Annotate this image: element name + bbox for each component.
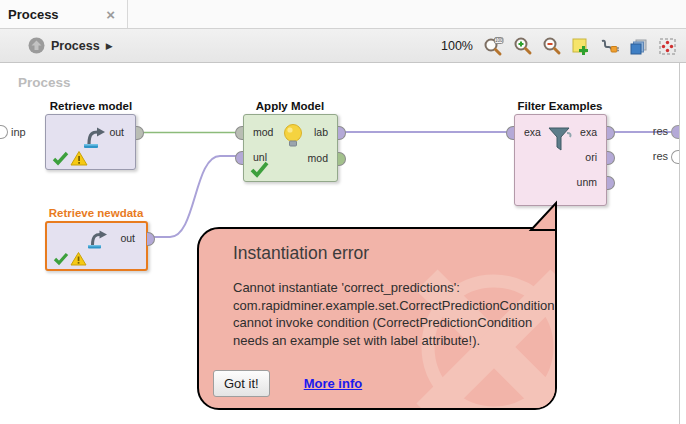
close-icon[interactable]: ×	[102, 6, 119, 23]
port-apply-mod-in[interactable]	[235, 126, 243, 140]
port-label-out: out	[120, 232, 135, 244]
error-message-line: cannot invoke condition (CorrectPredicti…	[233, 314, 557, 332]
port-label-exa-in: exa	[524, 126, 541, 138]
operator-label-retrieve-newdata: Retrieve newdata	[16, 207, 176, 219]
result-port-1[interactable]	[671, 125, 679, 139]
status-icons	[250, 161, 269, 178]
breadcrumb[interactable]: Process ▶	[28, 37, 113, 54]
operator-label-retrieve-model: Retrieve model	[11, 100, 171, 112]
toolbar-right-group: 100% 100	[441, 29, 678, 63]
retrieve-icon	[81, 125, 109, 151]
error-message: Cannot instantiate 'correct_predictions'…	[233, 279, 557, 349]
warning-icon[interactable]	[70, 251, 87, 266]
operator-filter-examples[interactable]: exa exa ori unm	[514, 114, 607, 206]
got-it-button[interactable]: Got it!	[213, 370, 270, 397]
breadcrumb-arrow-icon[interactable]: ▶	[106, 41, 113, 51]
result-port-2-label: res	[640, 150, 668, 162]
retrieve-icon	[85, 228, 111, 251]
rapidminer-process-window: Process × Process ▶ 100% 100	[0, 0, 686, 424]
error-message-line: Cannot instantiate 'correct_predictions'…	[233, 279, 557, 297]
operator-retrieve-model[interactable]: out	[45, 114, 136, 170]
input-port-label: inp	[11, 126, 26, 138]
port-label-unm-out: unm	[577, 176, 597, 188]
result-port-2[interactable]	[671, 150, 679, 164]
add-note-icon[interactable]	[570, 36, 591, 57]
operator-retrieve-newdata[interactable]: out	[45, 221, 148, 271]
tab-title: Process	[8, 7, 102, 22]
error-message-line: com.rapidminer.example.set.CorrectPredic…	[233, 297, 557, 315]
breadcrumb-label: Process	[51, 39, 100, 53]
port-filter-exa-in[interactable]	[506, 126, 514, 140]
navigate-up-icon[interactable]	[28, 37, 45, 54]
tab-process[interactable]: Process ×	[0, 0, 128, 28]
result-port-1-label: res	[640, 125, 668, 137]
process-canvas[interactable]: Process inp res res Retrieve model out	[0, 63, 686, 424]
port-label-mod-in: mod	[253, 126, 273, 138]
svg-text:100: 100	[495, 38, 503, 43]
error-title: Instantiation error	[233, 243, 369, 264]
tab-bar: Process ×	[0, 0, 686, 28]
process-toolbar: Process ▶ 100% 100	[0, 28, 686, 63]
lightbulb-icon	[282, 123, 304, 151]
operator-label-filter-examples: Filter Examples	[480, 100, 640, 112]
port-label-ori-out: ori	[585, 151, 597, 163]
error-message-line: needs an example set with label attribut…	[233, 332, 557, 350]
result-rail	[679, 63, 680, 424]
zoom-in-icon[interactable]	[512, 36, 533, 57]
connections-icon[interactable]	[599, 36, 620, 57]
status-ok-icon	[52, 151, 69, 166]
port-label-lab-out: lab	[314, 126, 328, 138]
auto-arrange-icon[interactable]	[657, 36, 678, 57]
operator-label-apply-model: Apply Model	[210, 100, 370, 112]
wire-newdata-to-unl	[152, 156, 243, 237]
port-label-exa-out: exa	[580, 126, 597, 138]
port-label-mod-out: mod	[308, 152, 328, 164]
port-label-out: out	[109, 126, 124, 138]
status-icons	[52, 150, 88, 166]
more-info-link[interactable]: More info	[304, 376, 363, 391]
operator-apply-model[interactable]: mod unl lab mod	[243, 114, 338, 182]
error-actions: Got it! More info	[213, 370, 362, 397]
status-icons	[53, 251, 87, 266]
zoom-level: 100%	[441, 39, 473, 53]
warning-icon[interactable]	[70, 150, 88, 166]
zoom-out-icon[interactable]	[541, 36, 562, 57]
panels-icon[interactable]	[628, 36, 649, 57]
status-ok-icon	[250, 161, 269, 178]
zoom-reset-icon[interactable]: 100	[483, 36, 504, 57]
port-apply-unl-in[interactable]	[235, 151, 243, 165]
error-balloon: Instantiation error Cannot instantiate '…	[197, 227, 557, 410]
status-ok-icon	[53, 252, 69, 266]
funnel-icon	[547, 126, 573, 154]
